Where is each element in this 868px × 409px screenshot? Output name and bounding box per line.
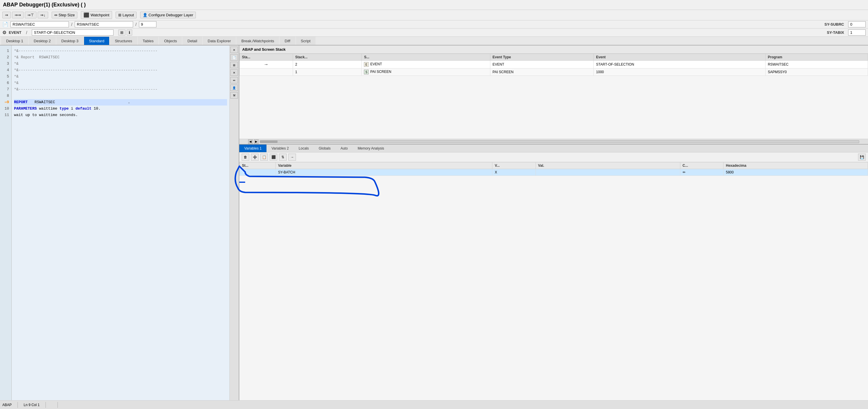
sy-tabix-label: SY-TABIX (827, 30, 844, 35)
stack-h-track[interactable] (260, 140, 859, 143)
line-num-11: 11 (2, 112, 9, 118)
watchpoint-button[interactable]: ⬛ Watchpoint (81, 11, 112, 19)
status-divider-1 (18, 402, 18, 408)
program-icon: 📄 (2, 22, 8, 27)
var-tab-globals[interactable]: Globals (314, 145, 336, 152)
tab-detail[interactable]: Detail (182, 37, 202, 45)
stack-arrow-1: → (240, 61, 293, 69)
code-line-4: *&--------------------------------------… (14, 67, 227, 73)
tab-data-explorer[interactable]: Data Explorer (203, 37, 236, 45)
nav-icon-btn[interactable]: ⊞ (118, 29, 125, 36)
step-return-icon: ⇒⊤ (27, 13, 34, 17)
tab-desktop2[interactable]: Desktop 2 (29, 37, 56, 45)
var-row-1[interactable]: SY-BATCH X ✏ 5800 (240, 169, 868, 176)
line-num-8: 8 (2, 93, 9, 99)
event-input[interactable] (32, 29, 114, 36)
include-input[interactable] (75, 21, 133, 27)
stack-row-2[interactable]: 1 S PAI SCREEN PAI SCREEN 1000 SAPMSSY0 (240, 69, 868, 76)
app-title: ABAP Debugger(1) (Exclusive) ( ) (3, 2, 86, 8)
code-toolbar-btn-4[interactable]: ✕ (230, 69, 238, 76)
stack-row-1[interactable]: → 2 E EVENT EVENT START-OF-SELECTION RSW… (240, 61, 868, 69)
var-c-1: ✏ (680, 169, 723, 176)
sy-subrc-label: SY-SUBRC (825, 22, 844, 27)
code-toolbar-btn-5[interactable]: ⇔ (230, 77, 238, 83)
code-line-7: *&--------------------------------------… (14, 86, 227, 93)
info-bar-2: ⚙ EVENT / ⊞ ℹ SY-TABIX (0, 29, 868, 37)
code-content-area[interactable]: *&--------------------------------------… (12, 45, 229, 403)
var-tab-variables1[interactable]: Variables 1 (239, 145, 267, 152)
code-toolbar-btn-2[interactable]: 📄 (230, 54, 238, 61)
line-num-2: 2 (2, 54, 9, 61)
main-toolbar: ⇒ ⇒⇒ ⇒⊤ ⇒↓ ⇔ Step Size ⬛ Watchpoint ⊞ La… (0, 10, 868, 21)
code-side-toolbar: ✕ 📄 ⊞ ✕ ⇔ 👤 ⚒ (229, 45, 239, 403)
step-into-icon: ⇒ (5, 13, 8, 17)
var-tab-auto[interactable]: Auto (336, 145, 353, 152)
stack-col-s: S... (362, 54, 490, 61)
stack-scroll-right[interactable]: ▶ (254, 139, 258, 144)
status-mode: ABAP (2, 403, 12, 407)
stack-col-stack: Stack... (293, 54, 362, 61)
var-val-1 (535, 169, 680, 176)
var-save-btn[interactable]: 💾 (858, 154, 866, 161)
var-red-btn[interactable]: ⬛ (270, 154, 277, 161)
stack-col-event-type: Event Type (490, 54, 594, 61)
stack-scroll-area[interactable]: Sta... Stack... S... Event Type Event Pr… (239, 54, 868, 139)
code-toolbar-btn-1[interactable]: ✕ (230, 47, 238, 53)
code-line-2: *& Report RSWAITSEC (14, 54, 227, 61)
configure-button[interactable]: 👤 Configure Debugger Layer (140, 12, 196, 19)
code-editor[interactable]: 1 2 3 4 5 6 7 8 ⇒9 10 11 *&-------------… (0, 45, 239, 403)
code-toolbar-btn-3[interactable]: ⊞ (230, 62, 238, 68)
step-size-button[interactable]: ⇔ Step Size (52, 12, 78, 19)
program-input[interactable] (10, 21, 69, 27)
code-line-6: *& (14, 80, 227, 86)
tab-desktop3[interactable]: Desktop 3 (56, 37, 84, 45)
stack-program-1: RSWAITSEC (765, 61, 868, 69)
tab-standard[interactable]: Standard (84, 37, 110, 45)
step-btn-1[interactable]: ⇒ (2, 12, 11, 19)
step-btn-2[interactable]: ⇒⇒ (12, 12, 24, 19)
code-toolbar-btn-6[interactable]: 👤 (230, 84, 238, 91)
info-bar-1: 📄 / / SY-SUBRC (0, 21, 868, 29)
stack-icon-2: S PAI SCREEN (362, 69, 490, 76)
step-btn-4[interactable]: ⇒↓ (38, 12, 48, 19)
var-edit-icon[interactable]: ✏ (683, 170, 686, 174)
layout-button[interactable]: ⊞ Layout (116, 12, 136, 19)
var-tab-memory[interactable]: Memory Analysis (352, 145, 389, 152)
var-copy-btn[interactable]: 📋 (260, 154, 268, 161)
line-num-6: 6 (2, 80, 9, 86)
stack-event-type-2: PAI SCREEN (490, 69, 594, 76)
tab-tables[interactable]: Tables (138, 37, 159, 45)
tab-script[interactable]: Script (296, 37, 315, 45)
var-sort-btn[interactable]: ⇅ (279, 154, 287, 161)
stack-scroll-left[interactable]: ◀ (248, 139, 253, 144)
var-trash-btn[interactable]: 🗑 (242, 154, 249, 161)
var-add-btn[interactable]: ➕ (251, 154, 258, 161)
var-col-st: St... (240, 162, 276, 169)
line-num-9: ⇒9 (2, 99, 9, 105)
var-tab-variables2[interactable]: Variables 2 (267, 145, 293, 152)
tab-diff[interactable]: Diff (280, 37, 295, 45)
tab-break-watchpoints[interactable]: Break./Watchpoints (237, 37, 279, 45)
code-toolbar-btn-7[interactable]: ⚒ (230, 92, 238, 99)
var-st-1 (240, 169, 276, 176)
var-col-v: V... (492, 162, 535, 169)
tab-objects[interactable]: Objects (159, 37, 182, 45)
step-btn-3[interactable]: ⇒⊤ (25, 12, 36, 19)
stack-h-thumb[interactable] (260, 140, 278, 143)
var-tab-locals[interactable]: Locals (293, 145, 314, 152)
tab-structures[interactable]: Structures (110, 37, 137, 45)
tab-desktop1[interactable]: Desktop 1 (1, 37, 28, 45)
line-num-10: 10 (2, 105, 9, 112)
stack-scrollbar[interactable]: ◀ ▶ (239, 139, 868, 144)
sy-tabix-input[interactable] (848, 29, 866, 36)
sy-subrc-input[interactable] (848, 21, 866, 27)
step-size-label: Step Size (59, 13, 75, 17)
separator-2: / (135, 22, 136, 27)
variables-table: St... Variable V... Val. C... Hexadecima… (239, 162, 868, 176)
var-arrow-btn[interactable]: → (288, 154, 296, 161)
var-content-area: 🗑 ➕ 📋 ⬛ ⇅ → 💾 St... Variable V... (239, 152, 868, 176)
info-btn[interactable]: ℹ (127, 29, 132, 36)
var-col-c: C... (680, 162, 723, 169)
step-buttons-group: ⇒ ⇒⇒ ⇒⊤ ⇒↓ (2, 12, 48, 19)
line-input[interactable] (139, 21, 156, 27)
